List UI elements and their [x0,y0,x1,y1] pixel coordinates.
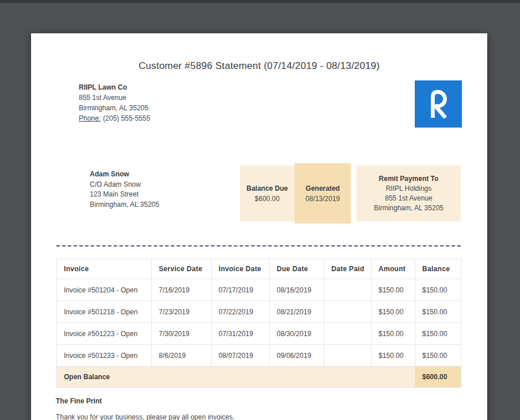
generated-value: 08/13/2019 [295,195,351,203]
table-cell: 08/16/2019 [270,279,324,301]
invoice-table: InvoiceService DateInvoice DateDue DateD… [56,259,461,388]
customer-line2: 123 Main Street [90,190,159,200]
open-balance-label: Open Balance [57,367,415,388]
generated-label: Generated [295,184,351,192]
table-header-row: InvoiceService DateInvoice DateDue DateD… [57,259,461,279]
phone-label: Phone: [79,114,101,122]
column-header: Balance [415,259,461,279]
table-cell: 07/17/2019 [212,279,270,301]
company-name: RIIPL Lawn Co [79,82,150,93]
fine-print-text: Thank you for your business, please pay … [56,413,235,420]
table-cell: 7/16/2019 [152,279,212,301]
table-cell: 7/23/2019 [152,301,212,323]
summary-box-gap [351,165,357,221]
table-cell: 08/21/2019 [270,301,324,323]
table-cell: 7/30/2019 [152,323,212,345]
open-balance-row: Open Balance $600.00 [57,367,461,388]
remit-label: Remit Payment To [357,174,461,184]
customer-line1: C/O Adam Snow [90,180,159,190]
table-row: Invoice #501204 - Open7/16/201907/17/201… [57,279,461,301]
column-header: Invoice Date [212,259,270,279]
table-cell: Invoice #501204 - Open [57,279,152,301]
balance-due-value: $600.00 [240,195,295,203]
table-cell: $150.00 [372,301,415,323]
table-cell: 8/6/2019 [152,345,212,367]
viewer-background: { "title": "Customer #5896 Statement (07… [0,0,520,420]
customer-block: Adam Snow C/O Adam Snow 123 Main Street … [90,169,159,210]
table-cell: $150.00 [415,301,461,323]
dashed-divider [56,245,461,246]
riipl-logo [415,80,462,128]
column-header: Service Date [152,259,212,279]
table-cell [324,301,372,323]
company-address-line1: 855 1st Avenue [79,93,150,103]
balance-due-label: Balance Due [240,184,295,192]
remit-payment-box: Remit Payment To RIIPL Holdings 855 1st … [357,165,461,221]
fine-print-heading: The Fine Print [56,397,102,405]
generated-box: Generated 08/13/2019 [295,163,351,224]
column-header: Date Paid [324,259,372,279]
table-cell: 08/07/2019 [212,345,270,367]
r-letter-icon [425,87,452,121]
table-cell: Invoice #501218 - Open [57,301,152,323]
table-row: Invoice #501223 - Open7/30/201907/31/201… [57,323,461,345]
table-cell: $150.00 [415,323,461,345]
column-header: Invoice [57,259,152,279]
table-cell: $150.00 [372,323,415,345]
remit-line2: 855 1st Avenue [357,194,461,203]
table-cell: 07/22/2019 [212,301,270,323]
balance-due-box: Balance Due $600.00 [240,165,295,221]
column-header: Due Date [270,259,324,279]
viewer-top-strip [0,0,520,3]
table-cell: $150.00 [372,279,415,301]
table-cell: Invoice #501233 - Open [57,345,152,367]
table-cell [324,345,372,367]
statement-title: Customer #5896 Statement (07/14/2019 - 0… [31,60,487,72]
company-address-line2: Birmingham, AL 35205 [79,103,150,113]
table-cell: $150.00 [372,345,415,367]
column-header: Amount [372,259,415,279]
phone-number: (205) 555-5555 [103,114,150,122]
company-block: RIIPL Lawn Co 855 1st Avenue Birmingham,… [79,82,150,124]
statement-page: Customer #5896 Statement (07/14/2019 - 0… [31,33,487,420]
table-cell: $150.00 [415,279,461,301]
open-balance-value: $600.00 [415,367,461,388]
company-phone-line: Phone:(205) 555-5555 [79,113,150,124]
customer-name: Adam Snow [90,169,159,180]
table-cell: 07/31/2019 [212,323,270,345]
table-cell: 09/06/2019 [270,345,324,367]
summary-boxes: Balance Due $600.00 Generated 08/13/2019… [240,165,461,221]
table-cell [324,323,372,345]
table-cell: $150.00 [415,345,461,367]
table-cell: Invoice #501223 - Open [57,323,152,345]
table-row: Invoice #501218 - Open7/23/201907/22/201… [57,301,461,323]
table-row: Invoice #501233 - Open8/6/201908/07/2019… [57,345,461,367]
table-cell [324,279,372,301]
remit-line1: RIIPL Holdings [357,184,461,194]
remit-line3: Birmingham, AL 35205 [357,203,461,213]
customer-line3: Birmingham, AL 35205 [90,200,159,210]
table-cell: 08/30/2019 [270,323,324,345]
